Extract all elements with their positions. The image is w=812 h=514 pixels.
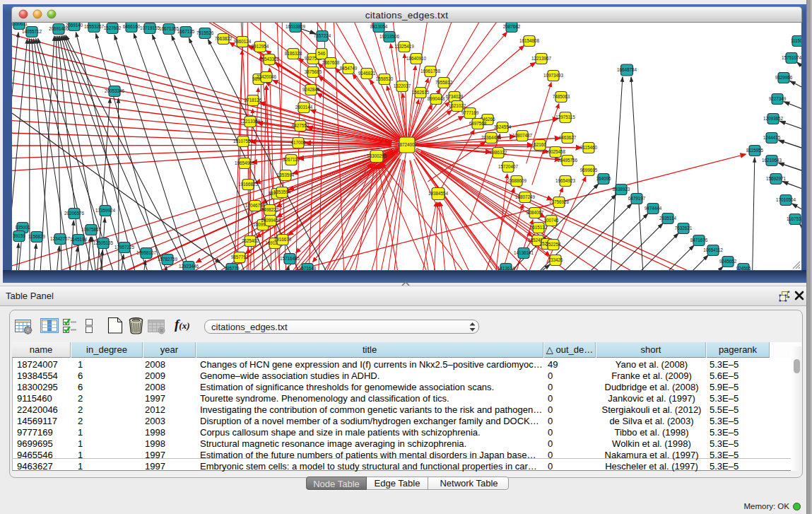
svg-text:2935114: 2935114 [659, 216, 677, 221]
svg-text:12923446: 12923446 [179, 264, 199, 269]
svg-text:12505135: 12505135 [93, 240, 114, 245]
svg-text:28495756: 28495756 [558, 158, 578, 163]
svg-text:8471676: 8471676 [690, 238, 708, 243]
svg-text:10973493: 10973493 [543, 73, 564, 78]
svg-text:10975867: 10975867 [81, 227, 102, 232]
svg-text:3084067: 3084067 [526, 210, 544, 215]
svg-text:733426: 733426 [548, 257, 563, 262]
svg-text:8990448: 8990448 [428, 96, 445, 101]
svg-text:6497568: 6497568 [469, 121, 487, 126]
svg-text:18724007: 18724007 [397, 142, 418, 147]
svg-text:14136141: 14136141 [514, 250, 534, 255]
svg-text:19218506: 19218506 [379, 34, 400, 39]
svg-text:1916679: 1916679 [274, 237, 292, 242]
svg-text:11325419: 11325419 [394, 44, 414, 49]
svg-text:16543362: 16543362 [259, 57, 280, 62]
svg-text:16210643: 16210643 [762, 158, 782, 163]
svg-text:10025458: 10025458 [546, 149, 566, 154]
svg-text:2718126: 2718126 [245, 98, 262, 103]
svg-text:62160: 62160 [534, 142, 546, 147]
svg-text:14099459: 14099459 [261, 218, 281, 223]
svg-text:1353594: 1353594 [277, 173, 295, 177]
svg-text:16033809: 16033809 [286, 24, 306, 29]
svg-text:6466160: 6466160 [123, 24, 141, 29]
svg-text:19654923: 19654923 [555, 178, 576, 183]
svg-text:252254: 252254 [546, 242, 561, 247]
svg-text:14055712: 14055712 [22, 29, 42, 34]
svg-text:12342757: 12342757 [50, 236, 71, 241]
svg-text:100746: 100746 [543, 218, 559, 223]
svg-text:18300295: 18300295 [367, 153, 387, 158]
svg-text:39159: 39159 [13, 233, 25, 238]
svg-text:16553267: 16553267 [84, 24, 105, 29]
svg-text:1667135: 1667135 [177, 29, 195, 34]
svg-text:1167533: 1167533 [787, 216, 801, 221]
svg-text:1615132: 1615132 [530, 225, 548, 230]
svg-text:10654112: 10654112 [703, 247, 723, 252]
svg-text:7515526: 7515526 [196, 30, 214, 35]
svg-text:17359924: 17359924 [95, 208, 116, 213]
svg-text:9329966: 9329966 [775, 75, 793, 80]
svg-text:7625402: 7625402 [242, 238, 259, 243]
svg-text:9777169: 9777169 [461, 110, 479, 115]
svg-text:2867608: 2867608 [322, 60, 340, 65]
svg-text:12213369: 12213369 [240, 119, 261, 124]
svg-text:111504: 111504 [791, 38, 801, 43]
svg-text:7485063: 7485063 [553, 94, 570, 99]
svg-text:417006: 417006 [290, 140, 306, 145]
svg-text:9857791: 9857791 [231, 255, 249, 259]
svg-text:7663822: 7663822 [215, 36, 233, 41]
svg-text:8813054: 8813054 [370, 24, 388, 29]
svg-text:9699695: 9699695 [580, 168, 598, 173]
svg-text:20206576: 20206576 [64, 211, 85, 216]
svg-text:1145194: 1145194 [70, 237, 88, 242]
svg-text:15720407: 15720407 [498, 164, 519, 169]
svg-text:924565: 924565 [736, 266, 751, 270]
svg-text:10807487: 10807487 [512, 133, 533, 138]
svg-text:10719155: 10719155 [140, 25, 160, 30]
svg-text:8454749: 8454749 [340, 66, 358, 71]
svg-text:7632621: 7632621 [675, 226, 693, 230]
svg-text:6734028: 6734028 [446, 94, 464, 99]
svg-text:9146821: 9146821 [358, 71, 376, 76]
svg-text:8186328: 8186328 [285, 51, 302, 56]
svg-text:2087682: 2087682 [503, 24, 521, 29]
svg-text:19384554: 19384554 [428, 191, 449, 196]
svg-text:7955812: 7955812 [435, 80, 453, 85]
svg-text:9463627: 9463627 [559, 135, 577, 140]
svg-text:3267110: 3267110 [283, 157, 300, 162]
svg-text:15716485: 15716485 [280, 256, 300, 261]
svg-text:16961758: 16961758 [420, 69, 441, 74]
svg-text:10688609: 10688609 [507, 178, 527, 183]
svg-text:8427552: 8427552 [292, 123, 310, 128]
svg-text:8912954: 8912954 [252, 44, 269, 49]
svg-text:1562615: 1562615 [412, 90, 430, 95]
svg-text:19654965: 19654965 [235, 160, 255, 165]
svg-text:8350611: 8350611 [12, 23, 28, 26]
svg-text:18807249: 18807249 [515, 194, 536, 199]
svg-text:9474444: 9474444 [645, 206, 662, 211]
svg-text:20053346: 20053346 [105, 88, 125, 93]
svg-text:17957225: 17957225 [114, 245, 135, 250]
svg-text:16671355: 16671355 [159, 26, 180, 31]
svg-text:3624554: 3624554 [494, 124, 512, 129]
svg-text:15692971: 15692971 [766, 176, 787, 181]
svg-text:16154808: 16154808 [519, 38, 540, 43]
svg-text:15751074: 15751074 [782, 55, 801, 60]
svg-text:17010504: 17010504 [776, 197, 796, 202]
svg-text:7357224: 7357224 [314, 33, 331, 38]
svg-text:1413614: 1413614 [498, 266, 515, 270]
svg-text:9860124: 9860124 [234, 39, 252, 44]
svg-text:5498222: 5498222 [261, 207, 279, 212]
svg-text:2069140: 2069140 [66, 23, 83, 28]
svg-text:10756928: 10756928 [549, 199, 570, 204]
svg-text:3875685: 3875685 [305, 69, 322, 74]
svg-text:16648784: 16648784 [617, 67, 637, 72]
svg-text:1571648: 1571648 [299, 266, 317, 270]
svg-text:1156829: 1156829 [28, 234, 46, 239]
svg-text:19166825: 19166825 [238, 182, 259, 187]
svg-text:12213967: 12213967 [531, 56, 552, 61]
svg-text:9242848: 9242848 [302, 87, 320, 92]
svg-text:1621022: 1621022 [449, 103, 466, 108]
svg-text:18640910: 18640910 [406, 56, 427, 61]
